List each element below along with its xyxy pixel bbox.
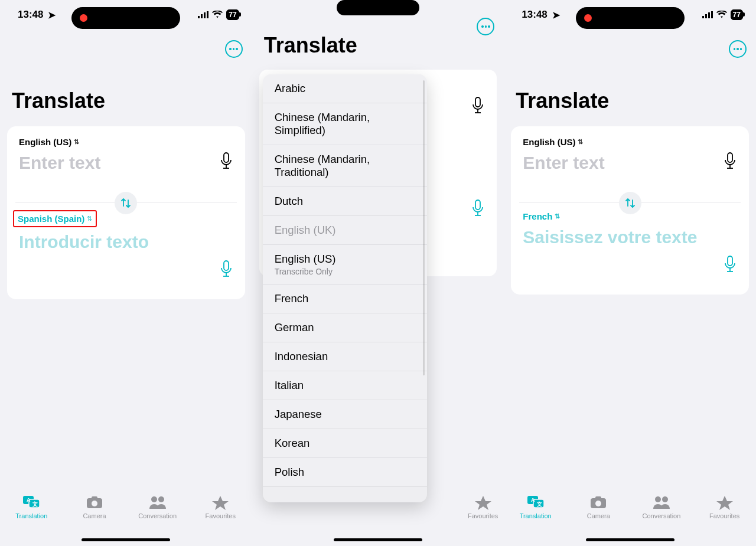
screenshot-3: 13:48 ➤ 77 Translate English (US) ⇅ Ente…: [504, 0, 756, 546]
tab-label: Favourites: [709, 512, 739, 519]
wifi-icon: [212, 10, 223, 20]
recording-indicator-icon: [584, 14, 592, 22]
language-option[interactable]: Italian: [263, 371, 427, 400]
target-text-input[interactable]: Introducir texto: [15, 232, 237, 282]
home-indicator[interactable]: [82, 538, 170, 541]
language-option-sub: Transcribe Only: [275, 267, 415, 276]
tab-conversation[interactable]: Conversation: [635, 495, 688, 519]
screenshot-2: Translate ArabicChinese (Mandarin, Simpl…: [252, 0, 504, 546]
status-time: 13:48: [18, 9, 43, 21]
language-picker[interactable]: ArabicChinese (Mandarin, Simplified)Chin…: [263, 74, 427, 502]
language-option[interactable]: English (US)Transcribe Only: [263, 245, 427, 285]
more-button[interactable]: [225, 40, 243, 58]
chevron-updown-icon: ⇅: [578, 138, 583, 146]
language-option[interactable]: Chinese (Mandarin, Simplified): [263, 103, 427, 145]
svg-point-41: [595, 501, 601, 506]
home-indicator[interactable]: [586, 538, 674, 541]
tab-favourites[interactable]: Favourites: [468, 495, 498, 519]
target-language-label: Spanish (Spain): [18, 214, 84, 224]
language-option[interactable]: Polish: [263, 458, 427, 487]
tab-label: Favourites: [206, 512, 236, 519]
location-icon: ➤: [552, 9, 560, 21]
language-option[interactable]: Chinese (Mandarin, Traditional): [263, 145, 427, 187]
svg-rect-1: [201, 14, 203, 18]
svg-text:A: A: [531, 497, 535, 503]
status-time: 13:48: [522, 9, 547, 21]
swap-languages-button[interactable]: [115, 192, 137, 214]
language-option[interactable]: Indonesian: [263, 342, 427, 371]
tab-label: Camera: [587, 512, 610, 519]
recording-indicator-icon: [80, 14, 87, 22]
svg-text:A: A: [27, 497, 31, 503]
svg-rect-40: [595, 496, 601, 499]
svg-point-17: [151, 496, 157, 502]
language-option[interactable]: French: [263, 285, 427, 313]
chevron-updown-icon: ⇅: [74, 138, 79, 146]
svg-rect-19: [475, 97, 480, 107]
svg-rect-0: [198, 16, 200, 18]
source-language-label: English (US): [523, 137, 575, 147]
tab-favourites[interactable]: Favourites: [194, 495, 247, 519]
language-option[interactable]: English (UK): [263, 216, 427, 245]
svg-rect-15: [92, 496, 97, 499]
divider: [15, 202, 237, 203]
cellular-icon: [702, 10, 713, 20]
mic-source-button[interactable]: [219, 152, 233, 166]
target-text-input[interactable]: Saisissez votre texte: [519, 227, 741, 277]
svg-rect-7: [224, 261, 229, 270]
tab-label: Favourites: [468, 512, 498, 519]
cellular-icon: [198, 10, 208, 20]
chevron-updown-icon: ⇅: [555, 212, 560, 220]
svg-rect-26: [705, 14, 707, 18]
tab-label: Translation: [15, 512, 47, 519]
svg-rect-2: [204, 12, 206, 18]
target-language-selector[interactable]: Spanish (Spain) ⇅: [13, 210, 97, 227]
tab-camera[interactable]: Camera: [572, 495, 625, 519]
svg-rect-32: [728, 256, 732, 266]
scrollbar[interactable]: [423, 80, 425, 375]
mic-source-button[interactable]: [471, 97, 485, 111]
tab-translation[interactable]: A文 Translation: [509, 495, 562, 519]
mic-source-button[interactable]: [723, 152, 737, 166]
svg-rect-29: [728, 153, 732, 162]
svg-rect-25: [702, 16, 704, 18]
more-button[interactable]: [729, 40, 747, 58]
home-indicator[interactable]: [334, 538, 422, 541]
svg-point-42: [655, 496, 661, 502]
svg-rect-4: [224, 153, 229, 162]
language-option[interactable]: Japanese: [263, 400, 427, 429]
language-option[interactable]: Arabic: [263, 74, 427, 103]
language-option[interactable]: Dutch: [263, 187, 427, 216]
swap-languages-button[interactable]: [619, 192, 641, 214]
tab-bar-partial: Favourites: [468, 495, 498, 519]
wifi-icon: [716, 10, 727, 20]
tab-favourites[interactable]: Favourites: [698, 495, 751, 519]
svg-rect-3: [207, 11, 208, 18]
battery-icon: 77: [226, 9, 239, 20]
tab-label: Conversation: [138, 512, 177, 519]
translate-card: English (US) ⇅ Enter text Spanish (Spain…: [7, 126, 245, 299]
language-option[interactable]: German: [263, 313, 427, 342]
page-title: Translate: [504, 30, 756, 120]
battery-icon: 77: [731, 9, 743, 20]
source-language-selector[interactable]: English (US) ⇅: [15, 135, 237, 153]
mic-target-button[interactable]: [219, 260, 233, 274]
language-option[interactable]: Korean: [263, 429, 427, 458]
tab-camera[interactable]: Camera: [68, 495, 121, 519]
screenshot-1: 13:48 ➤ 77 Translate English (US) ⇅ Ente…: [0, 0, 252, 546]
mic-target-button[interactable]: [471, 200, 485, 214]
mic-target-button[interactable]: [723, 256, 737, 270]
status-bar: 13:48 ➤ 77: [504, 0, 756, 30]
dynamic-island: [576, 7, 685, 29]
chevron-updown-icon: ⇅: [87, 215, 92, 223]
translate-card: English (US) ⇅ Enter text French ⇅ Saisi…: [511, 126, 749, 295]
tab-translation[interactable]: A文 Translation: [5, 495, 58, 519]
tab-conversation[interactable]: Conversation: [131, 495, 184, 519]
dynamic-island: [71, 7, 180, 29]
svg-point-43: [662, 496, 668, 502]
tab-label: Translation: [520, 512, 552, 519]
svg-rect-27: [708, 12, 710, 18]
source-language-selector[interactable]: English (US) ⇅: [519, 135, 741, 153]
page-title: Translate: [0, 30, 252, 120]
divider: [519, 202, 741, 203]
